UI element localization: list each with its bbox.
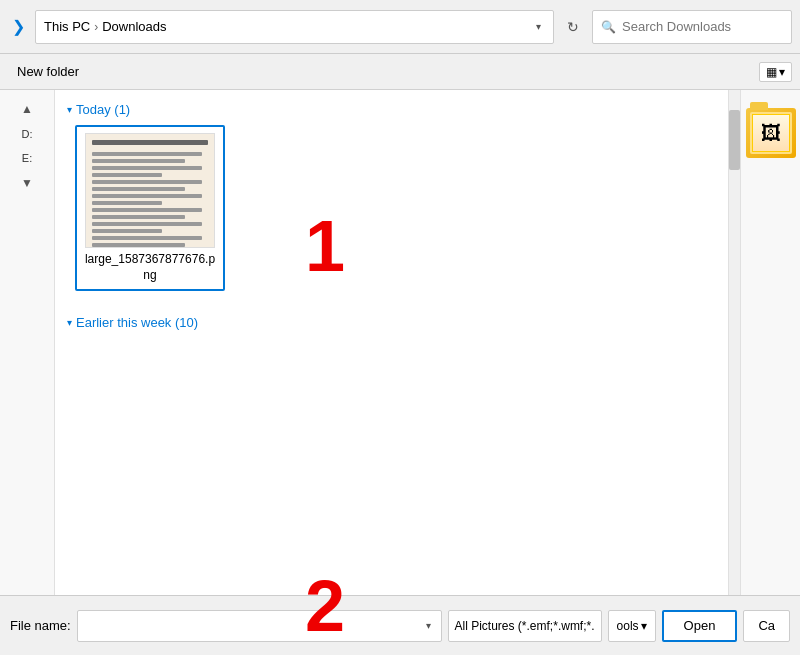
thumb-content (92, 140, 208, 247)
right-preview-panel: 🖼 (740, 90, 800, 595)
tools-button[interactable]: ools ▾ (608, 610, 656, 642)
new-folder-button[interactable]: New folder (8, 60, 88, 83)
breadcrumb-this-pc[interactable]: This PC (44, 19, 90, 34)
tools-chevron-icon: ▾ (641, 619, 647, 633)
view-grid-icon: ▦ (766, 65, 777, 79)
thumb-line (92, 159, 185, 163)
group-header-today: ▾ Today (1) (67, 102, 716, 117)
open-button[interactable]: Open (662, 610, 738, 642)
breadcrumb-sep1: › (94, 20, 98, 34)
bottom-bar: File name: ▾ All Pictures (*.emf;*.wmf;*… (0, 595, 800, 655)
group-today-label: Today (1) (76, 102, 130, 117)
filename-input-wrap[interactable]: ▾ (77, 610, 442, 642)
breadcrumb[interactable]: This PC › Downloads ▾ (35, 10, 554, 44)
search-box[interactable]: 🔍 (592, 10, 792, 44)
group-earlier-label: Earlier this week (10) (76, 315, 198, 330)
thumb-line (92, 180, 202, 184)
scrollbar-track[interactable] (728, 90, 740, 595)
thumb-line (92, 236, 202, 240)
chevron-down-icon[interactable]: ▾ (532, 19, 545, 34)
file-thumbnail-1 (85, 133, 215, 248)
filetype-dropdown[interactable]: All Pictures (*.emf;*.wmf;*. (448, 610, 602, 642)
thumb-line (92, 140, 208, 145)
collapse-today-icon[interactable]: ▾ (67, 104, 72, 115)
nav-scroll-down-button[interactable]: ▼ (4, 172, 50, 194)
tools-label: ools (617, 619, 639, 633)
thumb-line (92, 243, 185, 247)
folder-inner: 🖼 (750, 112, 792, 154)
thumb-line (92, 152, 202, 156)
main-layout: ▲ D: E: ▼ ▾ Today (1) (0, 90, 800, 595)
scrollbar-thumb[interactable] (729, 110, 740, 170)
search-icon: 🔍 (601, 20, 616, 34)
cancel-button[interactable]: Ca (743, 610, 790, 642)
thumb-line (92, 215, 185, 219)
nav-drive-d[interactable]: D: (4, 124, 50, 144)
nav-drive-e[interactable]: E: (4, 148, 50, 168)
filename-input[interactable] (84, 618, 422, 633)
thumb-line (92, 222, 202, 226)
address-bar: ❯ This PC › Downloads ▾ ↻ 🔍 (0, 0, 800, 54)
group-header-earlier: ▾ Earlier this week (10) (67, 315, 716, 330)
breadcrumb-downloads[interactable]: Downloads (102, 19, 166, 34)
filename-label: File name: (10, 618, 71, 633)
thumb-line (92, 201, 162, 205)
file-area: ▾ Today (1) (55, 90, 728, 595)
refresh-button[interactable]: ↻ (560, 14, 586, 40)
thumb-line (92, 229, 162, 233)
thumb-line (92, 166, 202, 170)
collapse-earlier-icon[interactable]: ▾ (67, 317, 72, 328)
thumb-line (92, 187, 185, 191)
view-chevron-icon: ▾ (779, 65, 785, 79)
thumb-line (92, 208, 202, 212)
filetype-label: All Pictures (*.emf;*.wmf;*. (455, 619, 595, 633)
toolbar: New folder ▦ ▾ (0, 54, 800, 90)
folder-inner-image: 🖼 (752, 114, 790, 152)
nav-scroll-up-button[interactable]: ▲ (4, 98, 50, 120)
filename-chevron-icon[interactable]: ▾ (422, 618, 435, 633)
folder-thumbnail: 🖼 (746, 108, 796, 158)
view-toggle-button[interactable]: ▦ ▾ (759, 62, 792, 82)
thumb-line (92, 194, 202, 198)
file-name-1: large_1587367877676.png (83, 252, 217, 283)
nav-arrow-icon[interactable]: ❯ (8, 15, 29, 38)
search-input[interactable] (622, 19, 783, 34)
left-nav-panel: ▲ D: E: ▼ (0, 90, 55, 595)
thumb-line (92, 173, 162, 177)
file-item-1[interactable]: large_1587367877676.png (75, 125, 225, 291)
